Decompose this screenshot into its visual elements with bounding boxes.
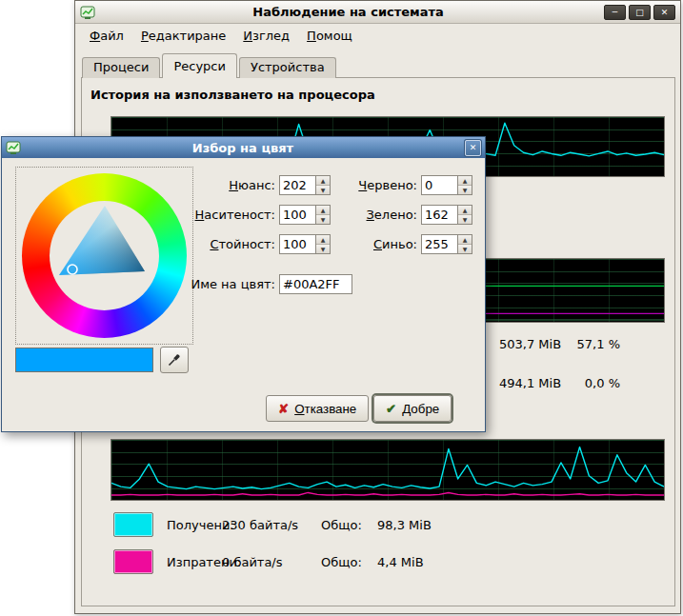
tab-devices[interactable]: Устройства <box>239 57 336 78</box>
cancel-button[interactable]: ✘ Отказване <box>266 395 369 422</box>
swap-usage-percent: 0,0 % <box>552 376 620 391</box>
menu-edit[interactable]: Редактиране <box>132 26 234 46</box>
main-titlebar[interactable]: Наблюдение на системата ─ □ ✕ <box>75 1 680 24</box>
menu-file[interactable]: Файл <box>81 26 132 46</box>
tab-processes[interactable]: Процеси <box>82 57 160 78</box>
system-monitor-icon <box>80 5 95 20</box>
dialog-titlebar[interactable]: Избор на цвят ✕ <box>2 137 485 158</box>
received-color-button[interactable] <box>113 512 153 537</box>
dialog-close-icon[interactable]: ✕ <box>465 140 481 156</box>
memory-usage-percent: 57,1 % <box>552 337 620 352</box>
cancel-button-label: Отказване <box>294 402 356 416</box>
green-down-icon[interactable]: ▼ <box>458 215 472 224</box>
received-rate: 230 байта/s <box>222 518 298 533</box>
hue-ring-hole <box>50 201 159 310</box>
ok-check-icon: ✔ <box>386 402 396 416</box>
value-label: Стойност: <box>145 237 275 252</box>
color-wheel[interactable] <box>15 167 193 345</box>
sent-color-button[interactable] <box>113 549 153 574</box>
blue-input[interactable] <box>422 235 457 253</box>
red-input[interactable] <box>422 176 457 194</box>
green-label: Зелено: <box>307 208 417 223</box>
blue-down-icon[interactable]: ▼ <box>458 245 472 253</box>
desktop: Наблюдение на системата ─ □ ✕ Файл Редак… <box>0 0 683 616</box>
main-window-title: Наблюдение на системата <box>95 5 601 19</box>
red-up-icon[interactable]: ▲ <box>458 176 472 186</box>
red-label: Червено: <box>307 178 417 193</box>
menu-help[interactable]: Помощ <box>298 26 361 46</box>
menu-view[interactable]: Изглед <box>234 26 298 46</box>
green-input[interactable] <box>422 206 457 224</box>
sent-total: 4,4 MiB <box>377 555 424 570</box>
color-name-input[interactable] <box>279 274 352 294</box>
dialog-title: Избор на цвят <box>21 141 465 155</box>
sent-rate: 0 байта/s <box>222 555 283 570</box>
saturation-label: Наситеност: <box>145 208 275 223</box>
received-total: 98,3 MiB <box>377 518 432 533</box>
hue-ring[interactable] <box>22 173 187 338</box>
minimize-button[interactable]: ─ <box>604 5 626 20</box>
red-spinner[interactable]: ▲▼ <box>421 175 472 195</box>
blue-spinner[interactable]: ▲▼ <box>421 234 472 254</box>
received-total-label: Общо: <box>321 518 362 533</box>
tab-resources[interactable]: Ресурси <box>162 53 237 78</box>
red-down-icon[interactable]: ▼ <box>458 186 472 194</box>
saturation-value-triangle[interactable] <box>50 201 159 310</box>
hue-label: Нюанс: <box>145 178 275 193</box>
ok-button-label: Добре <box>402 402 439 416</box>
notebook-tabs: Процеси Ресурси Устройства <box>82 53 338 78</box>
cpu-history-heading: История на използването на процесора <box>90 88 375 102</box>
color-picker-dialog: Избор на цвят ✕ <box>1 136 486 432</box>
ok-button[interactable]: ✔ Добре <box>373 395 452 422</box>
maximize-button[interactable]: □ <box>629 5 651 20</box>
green-spinner[interactable]: ▲▼ <box>421 205 472 225</box>
current-color-preview <box>15 348 153 372</box>
blue-label: Синьо: <box>307 237 417 252</box>
blue-up-icon[interactable]: ▲ <box>458 235 472 245</box>
eyedropper-icon <box>167 352 182 368</box>
green-up-icon[interactable]: ▲ <box>458 206 472 215</box>
close-button[interactable]: ✕ <box>653 5 675 20</box>
sent-total-label: Общо: <box>321 555 362 570</box>
menubar: Файл Редактиране Изглед Помощ <box>75 24 680 47</box>
color-name-label: Име на цвят: <box>145 277 275 292</box>
eyedropper-button[interactable] <box>160 347 189 373</box>
network-history-chart <box>110 439 665 501</box>
dialog-app-icon <box>6 140 21 155</box>
cancel-x-icon: ✘ <box>278 402 289 416</box>
